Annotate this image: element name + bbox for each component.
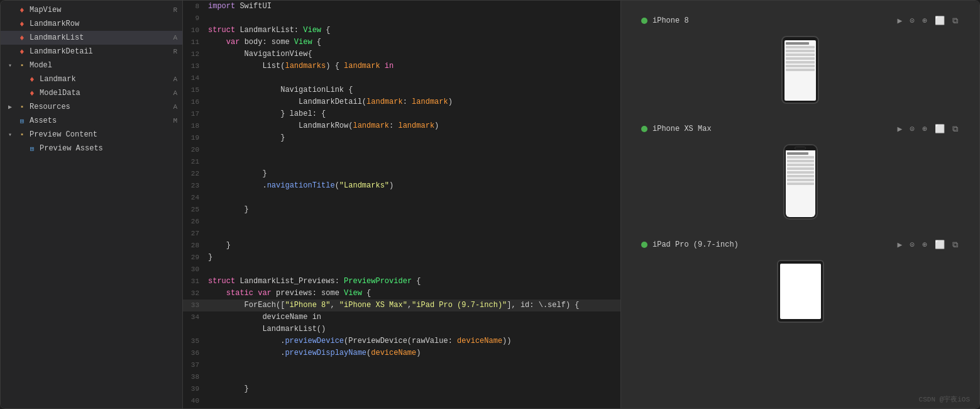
pin-btn-ipadpro[interactable]: ⧉ bbox=[951, 239, 959, 251]
duplicate-btn-iphone8[interactable]: ⊕ bbox=[921, 14, 928, 27]
screen-row bbox=[786, 69, 815, 71]
sidebar-key-landmark: A bbox=[173, 76, 177, 83]
code-line-40: 40 bbox=[183, 395, 620, 407]
device-name-ipadpro: iPad Pro (9.7-inch) bbox=[652, 240, 891, 249]
screen-row bbox=[787, 160, 814, 162]
code-line-10: 10 struct LandmarkList: View { bbox=[183, 25, 620, 36]
preview-frame-iphonexsmax bbox=[636, 139, 964, 220]
sidebar-item-landmarkrow[interactable]: ♦ LandmarkRow bbox=[1, 17, 182, 31]
screen-content-iphone8 bbox=[785, 40, 816, 74]
sidebar-label-landmarkdetail: LandmarkDetail bbox=[30, 47, 170, 56]
screen-row bbox=[786, 65, 815, 67]
sidebar-item-landmarkdetail[interactable]: ♦ LandmarkDetail R bbox=[1, 45, 182, 59]
code-line-38: 38 bbox=[183, 371, 620, 383]
preview-device-iphone8-header: iPhone 8 ▶ ⊙ ⊕ ⬜ ⧉ bbox=[636, 11, 964, 31]
device-btn-iphone8[interactable]: ⬜ bbox=[933, 14, 946, 27]
sidebar-item-model[interactable]: ▾ ▪ Model bbox=[1, 59, 182, 72]
run-preview-btn-iphone8[interactable]: ▶ bbox=[896, 14, 904, 27]
disclosure-mapview bbox=[8, 7, 16, 14]
code-line-39: 39 } bbox=[183, 383, 620, 395]
code-line-37: 37 bbox=[183, 359, 620, 371]
inspect-btn-iphonexsmax[interactable]: ⊙ bbox=[908, 123, 916, 135]
device-name-iphone8: iPhone 8 bbox=[652, 16, 891, 25]
sidebar-item-preview-content[interactable]: ▾ ▪ Preview Content bbox=[1, 128, 182, 142]
folder-icon-resources: ▪ bbox=[17, 102, 27, 112]
screen-row bbox=[787, 164, 814, 166]
screen-row bbox=[786, 53, 815, 56]
iphone8-screen bbox=[785, 40, 816, 101]
inspect-btn-iphone8[interactable]: ⊙ bbox=[908, 14, 916, 27]
duplicate-btn-ipadpro[interactable]: ⊕ bbox=[921, 238, 928, 251]
duplicate-btn-iphonexsmax[interactable]: ⊕ bbox=[921, 123, 928, 135]
swift-file-icon-6: ♦ bbox=[27, 88, 37, 98]
disclosure-landmarkrow bbox=[8, 21, 16, 28]
device-status-dot-iphone8 bbox=[641, 18, 647, 24]
code-line-31: 31 struct LandmarkList_Previews: Preview… bbox=[183, 276, 620, 288]
ipad-screen bbox=[780, 264, 821, 319]
swift-file-icon-2: ♦ bbox=[17, 19, 27, 29]
sidebar-item-landmark[interactable]: ♦ Landmark A bbox=[1, 72, 182, 86]
code-line-17: 17 } label: { bbox=[183, 108, 620, 120]
sidebar-label-landmarklist: LandmarkList bbox=[30, 33, 170, 42]
device-name-iphonexsmax: iPhone XS Max bbox=[652, 125, 891, 133]
preview-device-ipadpro: iPad Pro (9.7-inch) ▶ ⊙ ⊕ ⬜ ⧉ bbox=[636, 235, 964, 323]
code-line-34b: LandmarkList() bbox=[183, 323, 620, 335]
code-line-33: 33 ForEach(["iPhone 8", "iPhone XS Max",… bbox=[183, 300, 620, 311]
code-line-8: 8 import SwiftUI bbox=[183, 1, 620, 13]
screen-row bbox=[786, 61, 815, 64]
sidebar-label-landmark: Landmark bbox=[40, 75, 170, 84]
code-line-18: 18 LandmarkRow(landmark: landmark) bbox=[183, 120, 620, 132]
code-line-26: 26 bbox=[183, 216, 620, 228]
code-line-24: 24 bbox=[183, 192, 620, 204]
sidebar-item-assets[interactable]: ⊞ Assets M bbox=[1, 114, 182, 128]
screen-row bbox=[787, 156, 814, 159]
sidebar-key-modeldata: A bbox=[173, 89, 177, 97]
sidebar-item-landmarklist[interactable]: ♦ LandmarkList A bbox=[1, 31, 182, 45]
inspect-btn-ipadpro[interactable]: ⊙ bbox=[908, 238, 916, 251]
sidebar-item-preview-assets[interactable]: ⊞ Preview Assets bbox=[1, 142, 182, 155]
screen-content-iphonexs bbox=[786, 150, 815, 188]
run-preview-btn-ipadpro[interactable]: ▶ bbox=[896, 238, 904, 251]
sidebar-item-mapview[interactable]: ♦ MapView R bbox=[1, 3, 182, 17]
device-btn-ipadpro[interactable]: ⬜ bbox=[933, 238, 946, 251]
preview-panel: iPhone 8 ▶ ⊙ ⊕ ⬜ ⧉ bbox=[621, 1, 979, 408]
pin-btn-iphonexsmax[interactable]: ⧉ bbox=[951, 123, 959, 135]
sidebar-label-model: Model bbox=[30, 61, 175, 70]
sidebar-label-preview-content: Preview Content bbox=[30, 130, 175, 139]
code-line-11: 11 var body: some View { bbox=[183, 36, 620, 48]
device-btn-iphonexsmax[interactable]: ⬜ bbox=[933, 123, 946, 135]
device-toolbar-iphone8: ▶ ⊙ ⊕ ⬜ ⧉ bbox=[896, 14, 959, 27]
screen-row bbox=[786, 57, 815, 60]
iphone8-device-mockup bbox=[781, 36, 819, 104]
swift-file-icon-4: ♦ bbox=[17, 47, 27, 57]
sidebar-key-landmarkdetail: R bbox=[173, 48, 177, 55]
code-line-41: 41 } bbox=[183, 407, 620, 408]
device-status-dot-ipadpro bbox=[641, 242, 647, 248]
sidebar-item-modeldata[interactable]: ♦ ModelData A bbox=[1, 86, 182, 100]
disclosure-preview-content: ▾ bbox=[8, 131, 16, 138]
code-line-14: 14 bbox=[183, 72, 620, 84]
preview-frame-iphone8 bbox=[636, 31, 964, 104]
preview-device-iphone8: iPhone 8 ▶ ⊙ ⊕ ⬜ ⧉ bbox=[636, 11, 964, 104]
run-preview-btn-iphonexsmax[interactable]: ▶ bbox=[896, 123, 904, 135]
sidebar-label-mapview: MapView bbox=[30, 6, 170, 14]
screen-row bbox=[787, 182, 814, 185]
disclosure-resources: ▶ bbox=[8, 103, 16, 111]
swift-file-icon: ♦ bbox=[17, 5, 27, 15]
screen-row bbox=[786, 46, 815, 48]
screen-row bbox=[787, 175, 814, 177]
disclosure-landmarklist bbox=[8, 35, 16, 42]
device-toolbar-iphonexsmax: ▶ ⊙ ⊕ ⬜ ⧉ bbox=[896, 123, 959, 135]
preview-device-ipadpro-header: iPad Pro (9.7-inch) ▶ ⊙ ⊕ ⬜ ⧉ bbox=[636, 235, 964, 255]
sidebar-item-resources[interactable]: ▶ ▪ Resources A bbox=[1, 100, 182, 114]
sidebar-key-assets: M bbox=[173, 117, 177, 125]
code-line-12: 12 NavigationView{ bbox=[183, 48, 620, 60]
screen-row bbox=[787, 167, 814, 170]
sidebar-key-landmarklist: A bbox=[173, 34, 177, 42]
sidebar-label-preview-assets: Preview Assets bbox=[40, 144, 175, 153]
code-editor[interactable]: 8 import SwiftUI 9 10 struct LandmarkLis… bbox=[183, 1, 621, 408]
pin-btn-iphone8[interactable]: ⧉ bbox=[951, 15, 959, 27]
device-toolbar-ipadpro: ▶ ⊙ ⊕ ⬜ ⧉ bbox=[896, 238, 959, 251]
code-line-27: 27 bbox=[183, 228, 620, 240]
iphonexs-device-mockup bbox=[783, 144, 818, 220]
